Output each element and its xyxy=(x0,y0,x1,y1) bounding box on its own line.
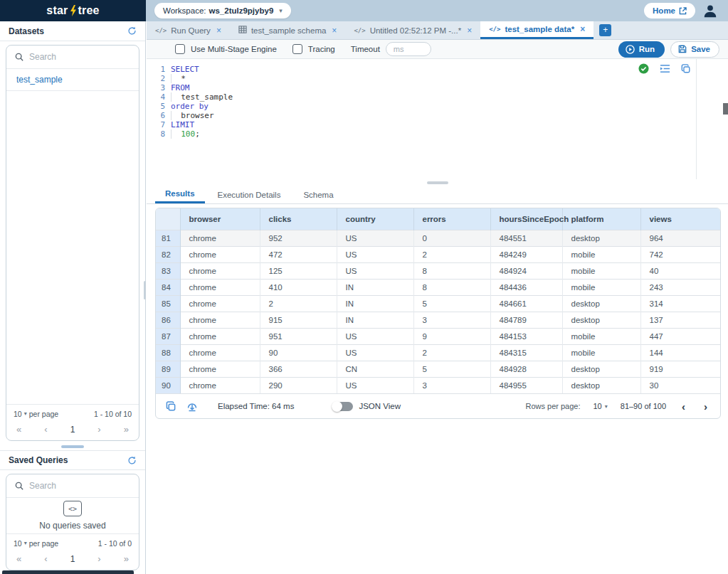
datasets-range-text: 1 - 10 of 10 xyxy=(94,410,132,418)
tab-results[interactable]: Results xyxy=(155,186,205,203)
tracing-checkbox[interactable] xyxy=(292,44,302,54)
cell: 484153 xyxy=(490,328,562,344)
datasets-perpage-select[interactable]: 10 ▾ per page xyxy=(14,410,58,418)
table-row: 83chrome125US8484924mobile40 xyxy=(156,262,720,279)
timeout-input[interactable] xyxy=(386,42,431,56)
close-icon[interactable]: × xyxy=(332,26,337,36)
chevron-down-icon: ▾ xyxy=(279,7,283,14)
datasets-last-page-button[interactable]: » xyxy=(124,424,129,435)
cell: 472 xyxy=(260,246,337,262)
json-view-toggle[interactable] xyxy=(332,402,353,411)
code-line: * xyxy=(171,74,233,83)
home-button[interactable]: Home xyxy=(644,3,695,18)
cell: 484661 xyxy=(490,295,562,312)
cell: 8 xyxy=(413,262,490,279)
close-icon[interactable]: × xyxy=(467,26,472,36)
saved-queries-card-footer: 10 ▾ per page 1 - 10 of 0 « ‹ 1 › » xyxy=(6,533,139,570)
datasets-next-page-button[interactable]: › xyxy=(97,424,100,435)
multi-stage-checkbox[interactable] xyxy=(175,44,185,54)
chevron-down-icon: ▾ xyxy=(605,403,608,410)
sql-editor[interactable]: 12345678 SELECT *FROM test_sampleorder b… xyxy=(147,59,728,179)
column-header-views[interactable]: views xyxy=(640,208,720,230)
code-token: test_sample xyxy=(181,92,233,102)
results-next-page-button[interactable]: › xyxy=(701,400,710,413)
copy-results-icon[interactable] xyxy=(166,401,176,412)
datasets-list: test_sample xyxy=(6,69,139,404)
cell: desktop xyxy=(562,230,640,246)
cell: 2 xyxy=(413,246,490,262)
editor-line-numbers: 12345678 xyxy=(147,65,171,139)
results-prev-page-button[interactable]: ‹ xyxy=(679,400,688,413)
saved-queries-perpage-select[interactable]: 10 ▾ per page xyxy=(14,539,58,548)
rows-per-page-select[interactable]: 10 ▾ xyxy=(594,402,608,410)
search-icon xyxy=(15,53,23,61)
add-tab-button[interactable]: + xyxy=(599,24,611,36)
panel-resize-handle[interactable] xyxy=(61,445,84,448)
column-header-platform[interactable]: platform xyxy=(562,208,640,230)
results-footer: Elapsed Time: 64 ms JSON View Rows per p… xyxy=(156,393,720,418)
cell: chrome xyxy=(180,328,260,344)
saved-queries-empty-state: <> No queries saved xyxy=(6,498,139,533)
tab-execution-details[interactable]: Execution Details xyxy=(208,186,291,203)
cell: 40 xyxy=(640,262,720,279)
saved-queries-prev-page-button[interactable]: ‹ xyxy=(44,553,47,564)
column-header-country[interactable]: country xyxy=(337,208,413,230)
saved-queries-search-input[interactable] xyxy=(29,481,122,491)
chevron-down-icon: ▾ xyxy=(24,540,27,546)
column-header-errors[interactable]: errors xyxy=(413,208,490,230)
column-header-browser[interactable]: browser xyxy=(180,208,260,230)
table-row: 89chrome366CN5484928desktop919 xyxy=(156,361,720,377)
saved-queries-last-page-button[interactable]: » xyxy=(124,553,129,564)
download-results-icon[interactable] xyxy=(186,400,198,412)
split-resize-handle[interactable] xyxy=(427,181,448,184)
cell: 484249 xyxy=(490,246,562,262)
datasets-refresh-button[interactable] xyxy=(127,26,137,36)
datasets-first-page-button[interactable]: « xyxy=(16,424,21,435)
editor-tab-test-sample-schema[interactable]: test_sample schema× xyxy=(230,21,345,39)
datasets-prev-page-button[interactable]: ‹ xyxy=(44,424,47,435)
sidebar: Datasets test_sample 10 ▾ per page 1 - 1… xyxy=(0,21,146,574)
cell: chrome xyxy=(180,312,260,328)
row-number: 86 xyxy=(156,312,180,328)
saved-queries-title: Saved Queries xyxy=(9,455,68,465)
external-link-icon xyxy=(679,7,687,15)
cell: 90 xyxy=(260,344,337,361)
column-header-hoursSinceEpoch[interactable]: hoursSinceEpoch xyxy=(490,208,562,230)
saved-queries-perpage-value: 10 xyxy=(14,539,22,548)
editor-tab-run-query[interactable]: </>Run Query× xyxy=(147,21,230,39)
toolbar-actions: Run Save xyxy=(618,41,719,58)
workspace-name: ws_2tulz9pjyby9 xyxy=(209,6,274,15)
column-header-clicks[interactable]: clicks xyxy=(260,208,337,230)
close-icon[interactable]: × xyxy=(216,26,221,36)
saved-queries-next-page-button[interactable]: › xyxy=(97,553,100,564)
avatar[interactable] xyxy=(702,3,718,18)
editor-code[interactable]: SELECT *FROM test_sampleorder by browser… xyxy=(171,65,233,139)
editor-tab-test-sample-data-[interactable]: </>test_sample data*× xyxy=(480,21,594,39)
code-line: test_sample xyxy=(171,92,233,102)
tracing-label: Tracing xyxy=(308,45,335,53)
format-query-icon[interactable] xyxy=(660,64,670,73)
copy-query-icon[interactable] xyxy=(681,64,691,74)
code-line: FROM xyxy=(171,83,233,92)
workspace-selector[interactable]: Workspace: ws_2tulz9pjyby9 ▾ xyxy=(154,3,291,18)
run-button[interactable]: Run xyxy=(618,41,665,58)
vertical-scrollbar[interactable] xyxy=(723,103,728,115)
tab-label: Untitled 02:52:12 PM -...* xyxy=(370,26,461,35)
saved-queries-refresh-button[interactable] xyxy=(127,456,137,465)
sidebar-resize-handle[interactable] xyxy=(144,281,146,299)
save-button[interactable]: Save xyxy=(670,41,719,58)
editor-tab-untitled-02-52-12-pm-[interactable]: </>Untitled 02:52:12 PM -...*× xyxy=(345,21,480,39)
close-icon[interactable]: × xyxy=(580,24,585,34)
sidebar-item-dataset[interactable]: test_sample xyxy=(6,69,139,91)
rows-per-page-label: Rows per page: xyxy=(525,402,580,410)
row-number-header xyxy=(156,208,180,230)
topbar-right: Workspace: ws_2tulz9pjyby9 ▾ Home xyxy=(146,0,728,21)
saved-queries-first-page-button[interactable]: « xyxy=(16,553,21,564)
datasets-search-input[interactable] xyxy=(29,52,122,62)
code-icon: </> xyxy=(354,27,365,34)
cell: 484928 xyxy=(490,361,562,377)
saved-queries-search-row xyxy=(6,474,139,498)
cell: 366 xyxy=(260,361,337,377)
saved-queries-card: <> No queries saved 10 ▾ per page 1 - 10… xyxy=(6,474,139,570)
tab-schema[interactable]: Schema xyxy=(293,186,343,203)
